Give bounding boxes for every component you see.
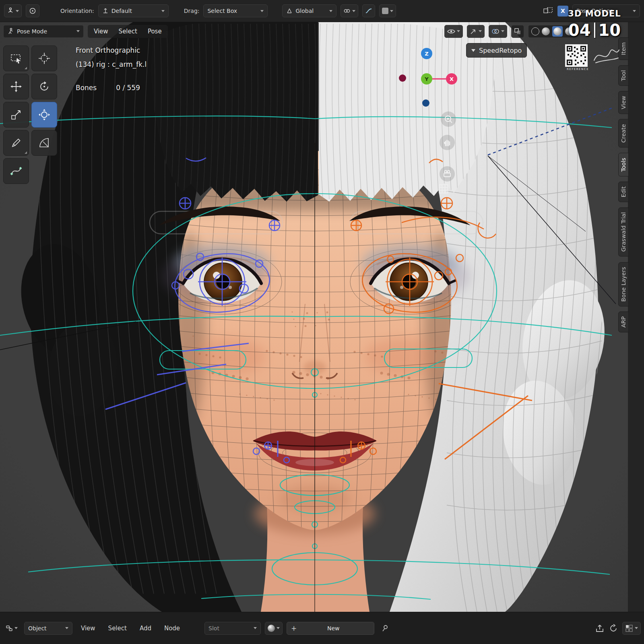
tool-select-box[interactable] xyxy=(3,45,29,71)
tab-edit[interactable]: Edit xyxy=(618,182,629,202)
overlays-icon xyxy=(491,28,500,35)
footer-menu-node[interactable]: Node xyxy=(160,623,184,634)
tool-move[interactable] xyxy=(3,74,29,99)
bottom-header: Object View Select Add Node Slot + New xyxy=(0,612,644,644)
slot-value: Slot xyxy=(208,625,219,632)
character-render xyxy=(0,22,644,612)
frames-icon[interactable] xyxy=(543,7,553,15)
drag-value: Select Box xyxy=(207,8,258,14)
overlay-swatch-button[interactable] xyxy=(379,4,396,17)
sidebar-edge xyxy=(628,22,644,612)
orientation-icon xyxy=(102,8,109,14)
tab-view[interactable]: View xyxy=(618,91,629,114)
pivot-center-button[interactable] xyxy=(26,4,39,17)
editor-type-button[interactable] xyxy=(4,4,22,17)
gizmo-arrow-icon xyxy=(470,28,477,35)
tab-bone-layers[interactable]: Bone Layers xyxy=(618,262,629,306)
refresh-loop-icon[interactable] xyxy=(609,623,618,633)
xray-toggle[interactable]: X xyxy=(557,6,568,17)
pose-options-dropdown[interactable]: Pose Options xyxy=(572,4,640,17)
tool-measure[interactable] xyxy=(31,130,57,156)
tool-pose-curve[interactable] xyxy=(3,158,29,184)
overlays-button[interactable] xyxy=(489,25,507,38)
viewport-canvas[interactable]: Front Orthographic (134) rig : c_arm_fk.… xyxy=(0,22,644,612)
menu-view[interactable]: View xyxy=(89,26,114,37)
grid-widget[interactable] xyxy=(438,183,449,194)
footer-menu-add[interactable]: Add xyxy=(135,623,156,634)
drag-dropdown[interactable]: Select Box xyxy=(203,4,268,17)
snapping-button[interactable] xyxy=(341,4,358,17)
tab-graswald-trial[interactable]: Graswald Trial xyxy=(618,207,629,256)
pivot-icon xyxy=(29,7,37,15)
tab-tool[interactable]: Tool xyxy=(618,65,629,86)
chevron-down-icon xyxy=(14,627,18,629)
hand-icon xyxy=(442,138,452,147)
export-icon[interactable] xyxy=(595,623,605,633)
mode-value: Pose Mode xyxy=(17,28,74,35)
new-material-button[interactable]: + New xyxy=(287,622,374,635)
show-object-types-button[interactable] xyxy=(444,25,463,38)
zoom-icon xyxy=(444,114,453,124)
drag-label: Drag: xyxy=(184,8,200,14)
axis-gizmo[interactable]: Z Y X xyxy=(394,46,463,113)
speedretopo-panel-header[interactable]: SpeedRetopo xyxy=(466,43,527,58)
new-material-label: New xyxy=(297,625,370,632)
material-sphere-icon xyxy=(553,27,561,35)
tool-scale[interactable] xyxy=(3,102,29,128)
slot-dropdown[interactable]: Slot xyxy=(204,622,261,635)
orientation-dropdown[interactable]: Default xyxy=(98,4,169,17)
sidebar-tabs: Item Tool View Create Tools Edit Graswal… xyxy=(618,37,629,332)
proportional-falloff-button[interactable] xyxy=(362,4,375,17)
chevron-down-icon xyxy=(161,10,165,12)
transform-space-dropdown[interactable]: Global xyxy=(282,4,336,17)
tab-arp[interactable]: ARP xyxy=(618,312,629,332)
shading-solid-button[interactable] xyxy=(542,27,550,35)
transform-space-value: Global xyxy=(295,8,326,14)
shader-type-value: Object xyxy=(28,625,62,632)
footer-menu-view[interactable]: View xyxy=(76,623,100,634)
tab-item[interactable]: Item xyxy=(618,37,629,60)
bones-count: 0 / 559 xyxy=(116,84,140,92)
material-preview-button[interactable] xyxy=(265,622,283,635)
zoom-widget[interactable] xyxy=(441,111,456,127)
axis-z-neg-ball xyxy=(422,99,429,107)
tool-annotate[interactable] xyxy=(3,130,29,156)
menu-select[interactable]: Select xyxy=(114,26,142,37)
chevron-down-icon xyxy=(260,10,264,12)
shading-wireframe-button[interactable] xyxy=(531,27,539,35)
tab-create[interactable]: Create xyxy=(618,119,629,148)
footer-menu-select[interactable]: Select xyxy=(104,623,131,634)
camera-icon xyxy=(442,169,452,179)
grid-icon xyxy=(438,183,449,194)
footer-editor-type-button[interactable] xyxy=(3,622,20,635)
armature-icon xyxy=(7,7,14,14)
snap-link-icon xyxy=(343,7,351,14)
gizmos-button[interactable] xyxy=(467,25,485,38)
chevron-down-icon xyxy=(65,627,68,629)
chevron-down-icon xyxy=(635,627,638,629)
mode-dropdown[interactable]: Pose Mode xyxy=(3,25,84,38)
tool-cursor[interactable] xyxy=(31,45,57,71)
shading-material-button[interactable] xyxy=(552,26,563,37)
shader-type-dropdown[interactable]: Object xyxy=(24,622,72,635)
tab-tools[interactable]: Tools xyxy=(618,153,629,177)
viewport-menus: View Select Pose xyxy=(88,25,168,38)
tool-transform[interactable] xyxy=(31,102,57,128)
snap-grid-button[interactable] xyxy=(622,622,641,635)
menu-pose[interactable]: Pose xyxy=(142,26,167,37)
snap-grid-icon xyxy=(625,624,633,632)
pin-icon[interactable] xyxy=(381,624,389,632)
cursor-3d-icon xyxy=(38,52,51,65)
chevron-down-icon xyxy=(457,30,460,32)
tool-rotate[interactable] xyxy=(31,74,57,99)
xray-icon xyxy=(514,28,521,35)
axis-y-label: Y xyxy=(424,76,429,82)
camera-view-widget[interactable] xyxy=(440,166,455,182)
shading-rendered-button[interactable] xyxy=(565,27,573,35)
pan-widget[interactable] xyxy=(440,135,455,150)
view-name: Front Orthographic xyxy=(76,46,147,54)
global-axes-icon xyxy=(286,8,293,14)
move-icon xyxy=(10,80,23,93)
bones-label: Bones xyxy=(76,84,97,92)
xray-viewport-toggle[interactable] xyxy=(511,25,524,38)
